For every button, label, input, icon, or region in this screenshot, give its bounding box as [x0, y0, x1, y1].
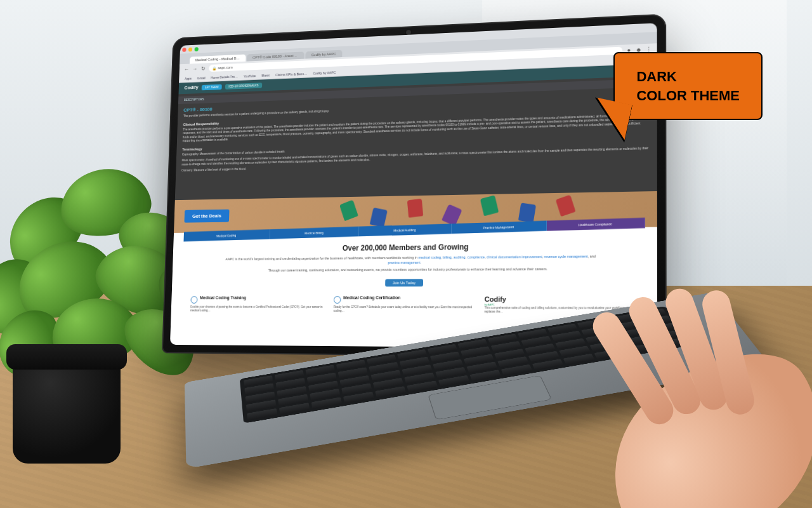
link-rcm[interactable]: revenue cycle management [544, 255, 588, 259]
subnav-descriptors[interactable]: DESCRIPTORS [184, 97, 204, 102]
page-title: Over 200,000 Members and Growing [192, 241, 634, 253]
reload-icon[interactable]: ↻ [200, 65, 206, 72]
pill-lay-term[interactable]: LAY TERM [202, 84, 223, 90]
link-compliance[interactable]: compliance [468, 255, 485, 259]
bookmark-codify[interactable]: Codify by AAPC [313, 70, 336, 75]
three-columns: Medical Coding Training Double your chan… [190, 295, 634, 314]
forward-icon[interactable]: → [192, 66, 198, 72]
window-close-icon[interactable] [182, 48, 186, 52]
col-certification: Medical Coding Certification Ready for t… [334, 295, 476, 314]
annotation-callout: DARK COLOR THEME [613, 52, 763, 120]
codify-logo[interactable]: Codify [184, 84, 198, 91]
window-minimize-icon[interactable] [188, 47, 192, 51]
link-cdi[interactable]: clinical documentation improvement [487, 255, 542, 259]
col-training-title: Medical Coding Training [200, 295, 246, 300]
jersey-icon [480, 195, 499, 216]
browser-window: Medical Coding - Medical Billin… CPT® Co… [170, 23, 657, 349]
jersey-icon [370, 208, 388, 227]
url-text: aapc.com [218, 65, 232, 70]
bookmark-home[interactable]: Home Details Tra… [211, 74, 238, 79]
col-training-text: Double your chances of passing the exam … [190, 305, 325, 313]
link-billing[interactable]: billing [443, 255, 452, 259]
col-cert-text: Ready for the CPC® exam? Schedule your e… [334, 305, 476, 314]
bookmark-gmail[interactable]: Gmail [197, 76, 206, 79]
codify-brand: Codifyby AAPC [485, 295, 635, 307]
col-cert-title: Medical Coding Certification [343, 295, 400, 300]
link-auditing[interactable]: auditing [454, 255, 466, 259]
lead-2: Through our career training, continuing … [220, 267, 601, 274]
cat-medical-auditing[interactable]: Medical Auditing [359, 224, 452, 236]
page-content: Codify LAY TERM ICD-10 CROSSWALKS DESCRI… [170, 64, 657, 349]
jersey-icon [339, 200, 358, 222]
bookmark-youtube[interactable]: YouTube [244, 74, 256, 77]
cat-compliance[interactable]: Healthcare Compliance [547, 218, 645, 231]
back-icon[interactable]: ← [184, 66, 190, 72]
get-deals-button[interactable]: Get the Deals [184, 210, 229, 223]
lock-icon: 🔒 [213, 66, 216, 70]
certificate-icon [334, 296, 341, 304]
laptop-screen: Medical Coding - Medical Billin… CPT® Co… [170, 23, 657, 349]
jersey-icon [518, 203, 536, 222]
pill-crosswalks[interactable]: ICD-10 CROSSWALKS [225, 83, 262, 89]
bookmark-apps[interactable]: Apps [185, 76, 192, 80]
laptop: Medical Coding - Medical Billin… CPT® Co… [143, 19, 682, 489]
col-training: Medical Coding Training Double your chan… [190, 295, 325, 314]
jersey-icon [407, 199, 423, 218]
jersey-icon [556, 195, 576, 217]
cat-practice-mgmt[interactable]: Practice Management [452, 221, 547, 234]
bookmark-claims[interactable]: Claims KPIs & Benc… [275, 72, 307, 77]
link-medical-coding[interactable]: medical coding [418, 255, 441, 259]
bookmark-music[interactable]: Music [261, 73, 270, 77]
join-us-button[interactable]: Join Us Today [385, 279, 423, 286]
training-icon [190, 296, 197, 303]
link-practice-mgmt[interactable]: practice management [388, 260, 420, 264]
laptop-screen-frame: Medical Coding - Medical Billin… CPT® Co… [162, 14, 667, 359]
callout-line-1: DARK [636, 67, 740, 86]
callout-line-2: COLOR THEME [636, 86, 740, 105]
window-maximize-icon[interactable] [195, 47, 199, 51]
lead-1: AAPC is the world's largest training and… [221, 254, 601, 266]
